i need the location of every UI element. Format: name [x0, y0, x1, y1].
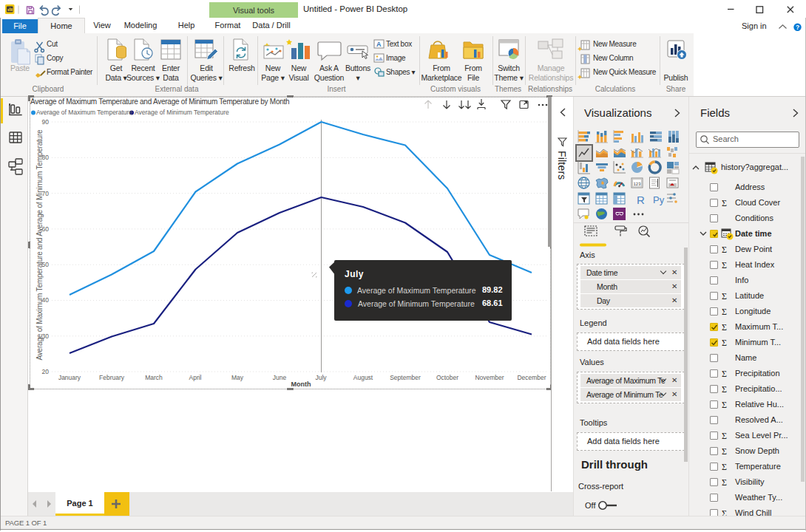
svg-text:123: 123: [633, 182, 641, 186]
svg-text:Py: Py: [653, 194, 665, 205]
svg-text:?: ?: [796, 24, 799, 31]
svg-text:A: A: [376, 41, 382, 48]
svg-text:R: R: [637, 194, 645, 206]
